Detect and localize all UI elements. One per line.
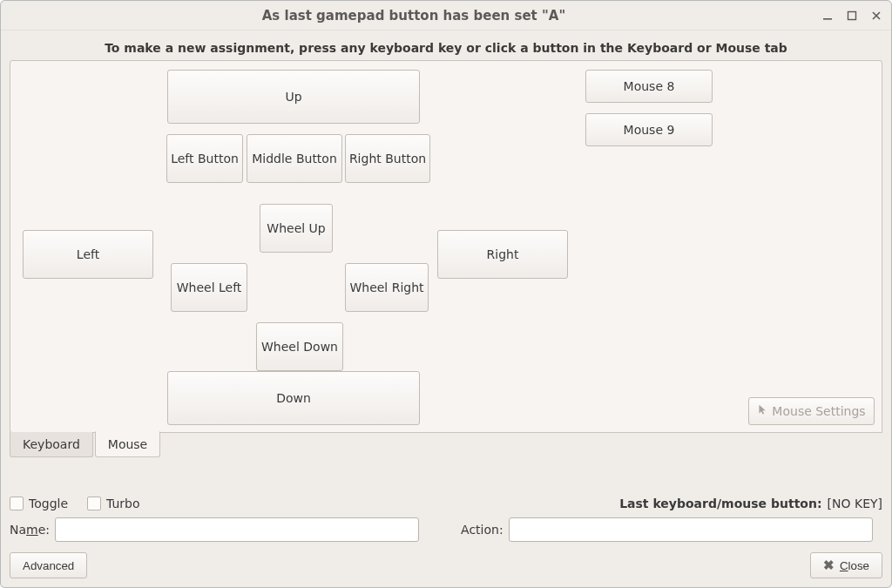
tab-strip: Keyboard Mouse bbox=[10, 432, 882, 457]
mouse-up-button[interactable]: Up bbox=[167, 70, 420, 124]
mouse-down-button[interactable]: Down bbox=[167, 371, 420, 425]
mouse-settings-label: Mouse Settings bbox=[772, 404, 865, 418]
mouse-8-button[interactable]: Mouse 8 bbox=[585, 70, 713, 103]
mouse-wheel-down-button[interactable]: Wheel Down bbox=[256, 322, 343, 371]
svg-rect-1 bbox=[848, 11, 856, 19]
name-label: Name: bbox=[10, 523, 50, 537]
minimize-icon[interactable] bbox=[820, 8, 835, 24]
content-area: To make a new assignment, press any keyb… bbox=[1, 30, 891, 587]
advanced-label: Advanced bbox=[23, 559, 74, 572]
mouse-move-right-button[interactable]: Right bbox=[437, 230, 568, 279]
checkbox-box-icon bbox=[10, 497, 24, 510]
mouse-middle-button[interactable]: Middle Button bbox=[247, 134, 342, 183]
close-button[interactable]: ✖ Close bbox=[810, 552, 882, 578]
cursor-icon bbox=[757, 404, 772, 418]
last-button-row: Last keyboard/mouse button: [NO KEY] bbox=[619, 497, 882, 510]
mouse-wheel-right-button[interactable]: Wheel Right bbox=[345, 263, 429, 312]
mouse-tab-page: Up Left Button Middle Button Right Butto… bbox=[10, 60, 882, 433]
toggle-checkbox[interactable]: Toggle bbox=[10, 497, 68, 510]
x-icon: ✖ bbox=[823, 558, 835, 573]
toggle-label: Toggle bbox=[29, 497, 68, 510]
titlebar: As last gamepad button has been set "A" bbox=[1, 1, 891, 30]
svg-rect-0 bbox=[823, 18, 832, 20]
close-icon[interactable] bbox=[868, 8, 884, 24]
tab-mouse[interactable]: Mouse bbox=[95, 431, 160, 457]
tab-frame: Up Left Button Middle Button Right Butto… bbox=[10, 60, 882, 490]
last-button-value: [NO KEY] bbox=[828, 497, 882, 510]
mouse-9-button[interactable]: Mouse 9 bbox=[585, 113, 713, 146]
mouse-left-button[interactable]: Left Button bbox=[166, 134, 243, 183]
turbo-label: Turbo bbox=[106, 497, 140, 510]
maximize-icon[interactable] bbox=[844, 8, 860, 24]
window-controls bbox=[820, 8, 884, 24]
action-input[interactable] bbox=[509, 517, 873, 542]
options-area: Toggle Turbo Last keyboard/mouse button:… bbox=[10, 497, 882, 578]
mouse-move-left-button[interactable]: Left bbox=[23, 230, 153, 279]
last-button-label: Last keyboard/mouse button: bbox=[619, 497, 821, 510]
dialog-window: As last gamepad button has been set "A" … bbox=[0, 0, 892, 588]
name-input[interactable] bbox=[55, 517, 419, 542]
turbo-checkbox[interactable]: Turbo bbox=[87, 497, 140, 510]
mouse-wheel-left-button[interactable]: Wheel Left bbox=[171, 263, 247, 312]
mouse-right-button[interactable]: Right Button bbox=[345, 134, 430, 183]
checkbox-box-icon bbox=[87, 497, 101, 510]
window-title: As last gamepad button has been set "A" bbox=[8, 8, 820, 24]
mouse-settings-button[interactable]: Mouse Settings bbox=[748, 397, 875, 425]
tab-keyboard[interactable]: Keyboard bbox=[10, 432, 93, 457]
mouse-wheel-up-button[interactable]: Wheel Up bbox=[260, 204, 333, 253]
instruction-text: To make a new assignment, press any keyb… bbox=[10, 37, 882, 60]
mouse-layout: Up Left Button Middle Button Right Butto… bbox=[10, 61, 882, 432]
action-label: Action: bbox=[461, 523, 503, 537]
advanced-button[interactable]: Advanced bbox=[10, 552, 87, 578]
close-label: Close bbox=[840, 559, 869, 572]
